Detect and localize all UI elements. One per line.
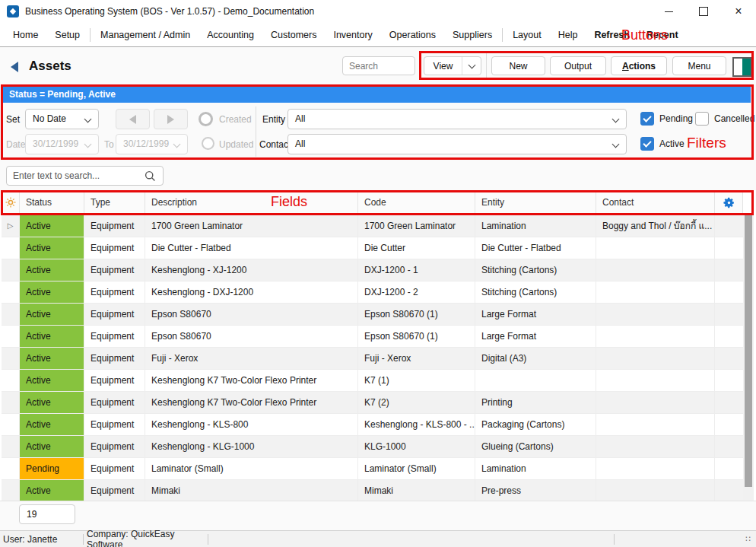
scrollbar-thumb[interactable] bbox=[745, 215, 752, 487]
menu-item-customers[interactable]: Customers bbox=[262, 30, 325, 40]
table-row[interactable]: ActiveEquipmentKeshenglong - KLG-1000KLG… bbox=[2, 436, 743, 458]
menu-item-refresh[interactable]: Refresh bbox=[586, 30, 638, 40]
grid-footer bbox=[0, 501, 756, 530]
contact-select[interactable]: All bbox=[287, 134, 627, 154]
menu-item-suppliers[interactable]: Suppliers bbox=[444, 30, 500, 40]
cell-code: Die Cutter bbox=[358, 237, 475, 259]
grid-search-box[interactable] bbox=[6, 166, 164, 186]
cell-contact bbox=[596, 326, 715, 347]
chevron-down-icon bbox=[84, 116, 92, 123]
cell-code: Epson S80670 (1) bbox=[358, 326, 475, 347]
sun-icon[interactable] bbox=[2, 190, 20, 215]
column-header-type[interactable]: Type bbox=[84, 190, 145, 215]
menu-separator bbox=[90, 28, 91, 42]
updated-radio-label: Updated bbox=[219, 139, 253, 150]
cell-type: Equipment bbox=[84, 392, 145, 413]
set-date-select[interactable]: No Date bbox=[25, 109, 99, 129]
column-header-contact[interactable]: Contact bbox=[596, 190, 715, 215]
menu-item-inventory[interactable]: Inventory bbox=[325, 30, 380, 40]
entity-value: All bbox=[295, 113, 305, 124]
menu-item-help[interactable]: Help bbox=[550, 30, 586, 40]
table-row[interactable]: ActiveEquipmentEpson S80670Epson S80670 … bbox=[2, 326, 743, 348]
cell-description: Keshenglong K7 Two-Color Flexo Printer bbox=[145, 370, 358, 391]
filter-summary-bar: Status = Pending, Active bbox=[3, 87, 751, 103]
column-header-status[interactable]: Status bbox=[20, 190, 84, 215]
column-header-code[interactable]: Code bbox=[358, 190, 475, 215]
new-button[interactable]: New bbox=[491, 56, 545, 75]
row-indicator bbox=[2, 458, 20, 479]
cell-entity: Lamination bbox=[475, 215, 596, 237]
toolbar-search-input[interactable] bbox=[342, 56, 415, 75]
cell-status: Active bbox=[20, 370, 84, 391]
panel-toggle-icon[interactable] bbox=[732, 57, 752, 77]
table-row[interactable]: ActiveEquipmentDie Cutter - FlatbedDie C… bbox=[2, 237, 743, 259]
status-bar: User: Janette Company: QuickEasy Softwar… bbox=[0, 530, 756, 547]
entity-select[interactable]: All bbox=[287, 109, 627, 129]
pending-checkbox[interactable]: Pending bbox=[640, 112, 693, 126]
resize-grip-icon[interactable]: ∷ bbox=[745, 534, 756, 544]
table-row[interactable]: ActiveEquipmentKeshenglong K7 Two-Color … bbox=[2, 392, 743, 414]
grid-search-input[interactable] bbox=[7, 167, 148, 185]
prev-button[interactable] bbox=[116, 109, 150, 129]
output-button[interactable]: Output bbox=[550, 56, 606, 75]
close-button[interactable]: × bbox=[721, 0, 756, 23]
minimize-button[interactable] bbox=[651, 0, 686, 23]
updated-radio[interactable] bbox=[202, 137, 214, 150]
table-row[interactable]: ActiveEquipmentKeshenglong K7 Two-Color … bbox=[2, 370, 743, 392]
cell-description: Keshenglong - KLS-800 bbox=[145, 414, 358, 435]
active-checkbox[interactable]: Active bbox=[640, 137, 685, 151]
chevron-down-icon bbox=[612, 141, 620, 148]
row-indicator bbox=[2, 436, 20, 457]
view-dropdown-toggle[interactable] bbox=[462, 57, 481, 75]
date-from-select[interactable]: 30/12/1999 bbox=[25, 134, 99, 154]
filter-divider bbox=[256, 107, 256, 157]
column-header-description[interactable]: Description bbox=[145, 190, 358, 215]
created-radio[interactable] bbox=[199, 112, 213, 126]
menu-item-setup[interactable]: Setup bbox=[46, 30, 88, 40]
cancelled-checkbox[interactable]: Cancelled bbox=[695, 112, 754, 126]
cell-extra bbox=[715, 414, 743, 435]
menu-item-management-admin[interactable]: Management / Admin bbox=[92, 30, 199, 40]
next-button[interactable] bbox=[154, 109, 188, 129]
title-bar: Business Operating System (BOS - Ver 1.0… bbox=[0, 0, 756, 23]
cell-extra bbox=[715, 436, 743, 457]
cell-entity: Stitching (Cartons) bbox=[475, 281, 596, 303]
back-arrow-icon[interactable] bbox=[11, 62, 18, 72]
table-row[interactable]: PendingEquipmentLaminator (Small)Laminat… bbox=[2, 458, 743, 480]
row-indicator bbox=[2, 348, 20, 369]
table-row[interactable]: ActiveEquipmentEpson S80670Epson S80670 … bbox=[2, 304, 743, 326]
table-row[interactable]: ActiveEquipmentFuji - XeroxFuji - XeroxD… bbox=[2, 348, 743, 370]
view-button[interactable]: View bbox=[424, 56, 481, 75]
contact-label: Contact bbox=[259, 139, 291, 150]
cell-description: Die Cutter - Flatbed bbox=[145, 237, 358, 259]
table-row[interactable]: ActiveEquipmentKeshenglong - KLS-800Kesh… bbox=[2, 414, 743, 436]
column-header-entity[interactable]: Entity bbox=[475, 190, 596, 215]
cell-code: KLG-1000 bbox=[358, 436, 475, 457]
cell-status: Active bbox=[20, 480, 84, 501]
table-row[interactable]: ActiveEquipmentKeshenglong - XJ-1200DXJ-… bbox=[2, 259, 743, 281]
grid-settings-gear-icon[interactable] bbox=[715, 190, 743, 215]
table-row[interactable]: ActiveEquipmentMimakiMimakiPre-press bbox=[2, 480, 743, 501]
menu-item-layout[interactable]: Layout bbox=[504, 30, 550, 40]
menu-button[interactable]: Menu bbox=[672, 56, 726, 75]
row-indicator bbox=[2, 414, 20, 435]
cell-code: 1700 Green Laminator bbox=[358, 215, 475, 237]
table-row[interactable]: ▷ActiveEquipment1700 Green Laminator1700… bbox=[2, 215, 743, 237]
menu-item-home[interactable]: Home bbox=[5, 30, 46, 40]
record-count: 19 bbox=[19, 504, 75, 524]
vertical-scrollbar[interactable]: ▼ bbox=[743, 215, 754, 530]
chevron-down-icon bbox=[173, 141, 181, 148]
menu-item-operations[interactable]: Operations bbox=[381, 30, 444, 40]
cell-status: Active bbox=[20, 215, 84, 237]
menu-item-accounting[interactable]: Accounting bbox=[199, 30, 262, 40]
actions-button[interactable]: Actions bbox=[611, 56, 667, 75]
cancelled-checkbox-label: Cancelled bbox=[714, 113, 754, 124]
date-to-value: 30/12/1999 bbox=[123, 138, 169, 149]
menu-item-recent[interactable]: Recent bbox=[638, 30, 687, 40]
table-row[interactable]: ActiveEquipmentKeshenglong - DXJ-1200DXJ… bbox=[2, 281, 743, 304]
app-icon bbox=[7, 5, 19, 17]
set-label: Set bbox=[6, 114, 20, 125]
maximize-button[interactable] bbox=[686, 0, 721, 23]
cell-type: Equipment bbox=[84, 480, 145, 501]
date-to-select[interactable]: 30/12/1999 bbox=[116, 134, 188, 154]
